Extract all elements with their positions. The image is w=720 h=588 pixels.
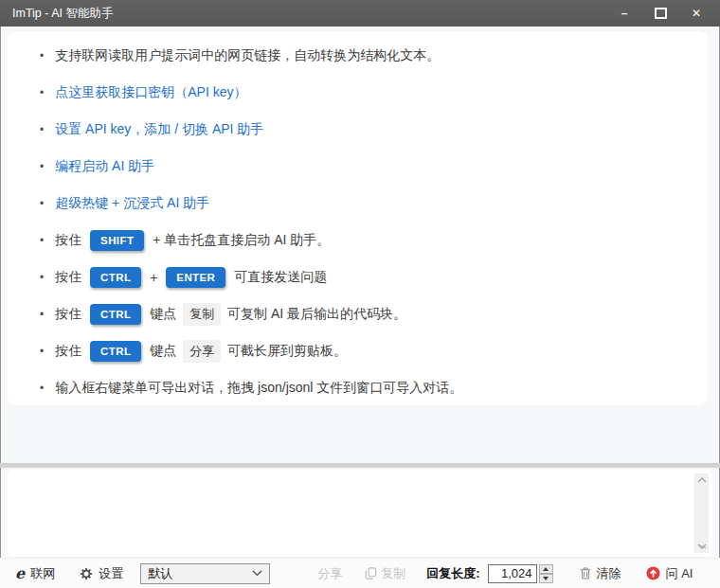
stepper-up-button[interactable]: [539, 564, 553, 574]
splitter-handle[interactable]: [0, 463, 720, 468]
send-arrow-icon: [646, 566, 660, 580]
key-badge: CTRL: [90, 267, 141, 288]
preset-selected-value: 默认: [148, 565, 172, 582]
inline-chip: 复制: [183, 303, 221, 326]
feature-link[interactable]: 编程启动 AI 助手: [55, 158, 154, 175]
trash-icon: [580, 567, 591, 579]
settings-label: 设置: [99, 565, 123, 582]
settings-button[interactable]: 设置: [80, 565, 123, 582]
ask-ai-button[interactable]: 问 AI: [646, 565, 693, 582]
feature-text: 可截长屏到剪贴板。: [224, 343, 347, 360]
chat-input[interactable]: [15, 474, 692, 556]
clear-button[interactable]: 清除: [580, 565, 621, 582]
reply-length-input[interactable]: [488, 564, 537, 583]
ask-ai-label: 问 AI: [666, 565, 693, 582]
composer-panel: [8, 470, 712, 557]
preset-dropdown[interactable]: 默认: [140, 563, 270, 584]
key-badge: CTRL: [90, 341, 141, 362]
network-label: 联网: [30, 565, 55, 582]
stepper-down-button[interactable]: [539, 574, 553, 583]
list-item: 按住 CTRL 键点 分享 可截长屏到剪贴板。: [40, 332, 694, 369]
minimize-button[interactable]: –: [606, 0, 642, 27]
feature-text: 可直接发送问题: [230, 269, 327, 286]
feature-list: 支持联网读取用户提示词中的网页链接，自动转换为结构化文本。点这里获取接口密钥（A…: [8, 31, 708, 406]
feature-link[interactable]: 设置 API key，添加 / 切换 API 助手: [55, 121, 263, 138]
feature-text: 按住: [55, 232, 85, 249]
list-item: 按住 SHIFT + 单击托盘直接启动 AI 助手。: [40, 222, 694, 258]
feature-text: 按住: [55, 269, 85, 286]
maximize-icon: [655, 8, 667, 19]
maximize-button[interactable]: [642, 0, 678, 27]
feature-text: 按住: [55, 343, 85, 360]
feature-text: 键点: [146, 306, 180, 323]
title-bar: ImTip - AI 智能助手 – ✕: [0, 0, 720, 27]
feature-text: 键点: [146, 343, 180, 360]
reply-length-label: 回复长度:: [426, 565, 479, 582]
close-button[interactable]: ✕: [678, 0, 714, 27]
list-item: 点这里获取接口密钥（API key）: [40, 74, 694, 111]
chat-output-panel: 支持联网读取用户提示词中的网页链接，自动转换为结构化文本。点这里获取接口密钥（A…: [8, 31, 708, 405]
copy-button[interactable]: 复制: [365, 565, 405, 582]
internet-icon: e: [15, 566, 25, 581]
window-title: ImTip - AI 智能助手: [0, 6, 114, 22]
feature-text: +: [146, 270, 161, 285]
key-badge: ENTER: [166, 267, 225, 288]
network-button[interactable]: e 联网: [15, 565, 55, 582]
chevron-down-icon: [252, 570, 262, 577]
window-controls: – ✕: [606, 0, 714, 27]
key-badge: CTRL: [90, 304, 141, 325]
composer-scrollbar[interactable]: [694, 473, 709, 553]
triangle-down-icon: [543, 577, 549, 580]
inline-chip: 分享: [183, 340, 221, 363]
clear-label: 清除: [597, 565, 621, 582]
feature-text: 支持联网读取用户提示词中的网页链接，自动转换为结构化文本。: [55, 47, 440, 64]
list-item: 超级热键 + 沉浸式 AI 助手: [40, 185, 694, 222]
feature-text: 输入框右键菜单可导出对话，拖拽 json/jsonl 文件到窗口可导入对话。: [55, 380, 462, 397]
key-badge: SHIFT: [90, 230, 144, 251]
feature-text: + 单击托盘直接启动 AI 助手。: [149, 232, 330, 249]
feature-link[interactable]: 点这里获取接口密钥（API key）: [55, 84, 246, 101]
scroll-down-icon[interactable]: [697, 543, 707, 549]
feature-text: 按住: [55, 306, 85, 323]
share-label: 分享: [317, 565, 342, 582]
app-window: ImTip - AI 智能助手 – ✕ 支持联网读取用户提示词中的网页链接，自动…: [0, 0, 720, 588]
bottom-toolbar: e 联网 设置 默认 分享: [0, 558, 720, 588]
list-item: 设置 API key，添加 / 切换 API 助手: [40, 111, 694, 148]
list-item: 输入框右键菜单可导出对话，拖拽 json/jsonl 文件到窗口可导入对话。: [40, 369, 694, 406]
copy-icon: [365, 567, 377, 579]
scroll-up-icon[interactable]: [697, 477, 707, 483]
share-button[interactable]: 分享: [317, 565, 342, 582]
gear-icon: [80, 567, 93, 580]
list-item: 按住 CTRL + ENTER 可直接发送问题: [40, 258, 694, 295]
list-item: 编程启动 AI 助手: [40, 148, 694, 185]
list-item: 支持联网读取用户提示词中的网页链接，自动转换为结构化文本。: [40, 37, 694, 74]
reply-length-stepper: [539, 564, 553, 583]
copy-label: 复制: [381, 565, 405, 582]
feature-text: 可复制 AI 最后输出的代码块。: [224, 306, 406, 323]
triangle-up-icon: [543, 567, 549, 571]
list-item: 按住 CTRL 键点 复制 可复制 AI 最后输出的代码块。: [40, 295, 694, 332]
feature-link[interactable]: 超级热键 + 沉浸式 AI 助手: [55, 195, 209, 212]
